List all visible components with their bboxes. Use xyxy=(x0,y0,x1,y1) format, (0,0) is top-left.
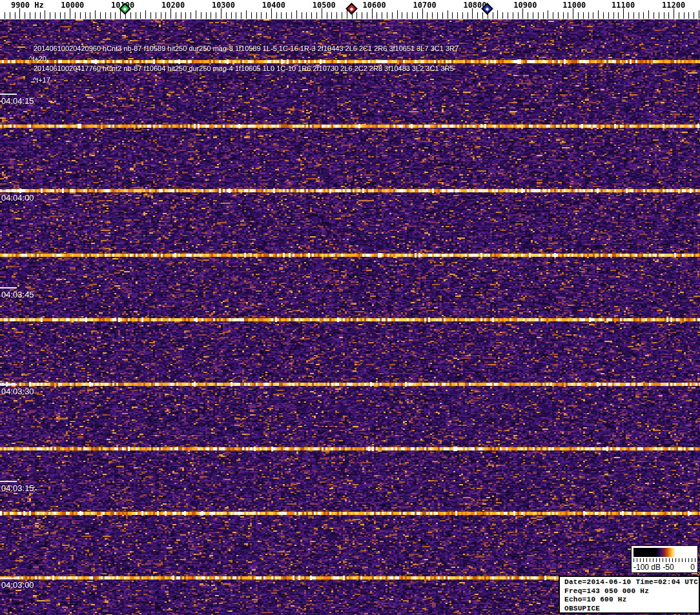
freq-axis-label-11000: 11000 xyxy=(562,1,586,10)
echo-time-offset-label: ^t+20 xyxy=(29,55,46,63)
spectrogram-waterfall-canvas xyxy=(0,0,700,615)
time-label-04-03-45: 04:03:45 xyxy=(1,290,34,299)
freq-axis-label-9900: 9900 Hz xyxy=(11,1,44,10)
spectrogram-app-window: 9900 Hz100001010010200103001040010500106… xyxy=(0,0,700,615)
time-label-04-03-15: 04:03:15 xyxy=(1,483,34,493)
observation-info-box: Date=2014-06-10 Time=02:04 UTC Freq=143 … xyxy=(559,576,700,614)
time-label-04-03-00: 04:03:00 xyxy=(1,580,34,590)
freq-axis-label-10500: 10500 xyxy=(313,1,336,10)
info-echo: Echo=10 600 Hz xyxy=(564,596,699,605)
info-observatory: OBSUPICE xyxy=(564,605,699,614)
db-label-mid: -50 xyxy=(663,563,674,572)
time-label-04-03-30: 04:03:30 xyxy=(1,387,34,396)
db-label-min: -100 dB xyxy=(633,563,661,572)
freq-axis-label-10000: 10000 xyxy=(61,1,84,10)
freq-axis-label-10400: 10400 xyxy=(262,1,285,10)
freq-axis-label-10200: 10200 xyxy=(161,1,185,10)
freq-axis-label-11200: 11200 xyxy=(662,1,685,10)
meteor-detection-annotation: 20140610020417760 hCnt2 nb-87 f10604 hit… xyxy=(34,65,454,72)
time-label-04-04-15: 04:04:15 xyxy=(1,96,34,106)
db-label-max: 0 xyxy=(690,563,695,572)
freq-axis-label-10900: 10900 xyxy=(513,1,537,10)
freq-axis-label-10300: 10300 xyxy=(212,1,235,10)
info-frequency: Freq=143 050 000 Hz xyxy=(564,587,699,596)
db-scale-ticks xyxy=(633,558,695,562)
time-label-04-04-00: 04:04:00 xyxy=(1,193,34,203)
db-gradient-bar xyxy=(633,548,695,557)
meteor-detection-annotation: 20140610020420960 hCnt3 nb-87 f10589 hit… xyxy=(34,45,458,52)
freq-axis-label-10600: 10600 xyxy=(363,1,386,10)
echo-time-offset-label: ^t+17 xyxy=(33,76,50,84)
freq-axis-label-11100: 11100 xyxy=(612,1,635,10)
db-color-scale-legend: -100 dB -50 0 xyxy=(631,545,698,573)
freq-axis-label-10700: 10700 xyxy=(413,1,437,10)
info-date-time: Date=2014-06-10 Time=02:04 UTC xyxy=(564,578,699,587)
